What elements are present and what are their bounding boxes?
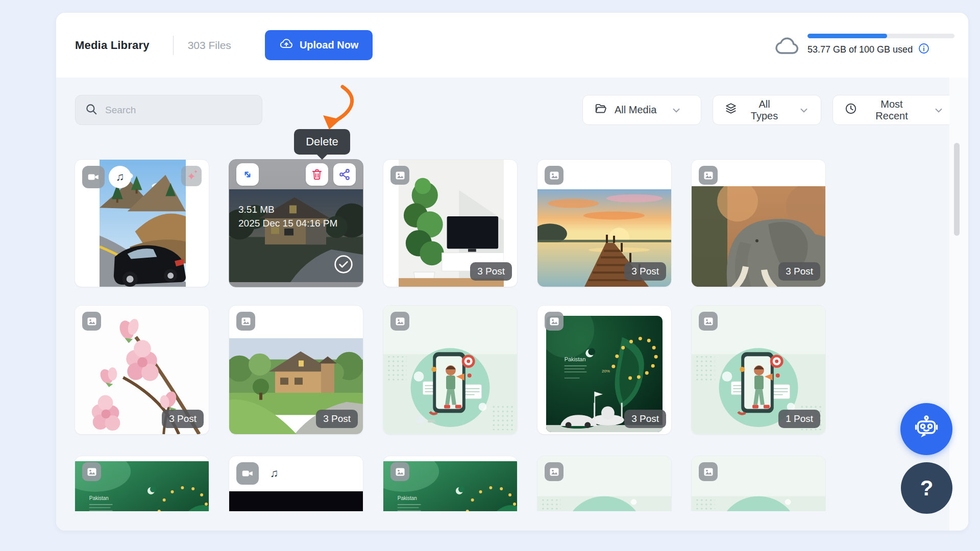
page-title: Media Library <box>75 39 150 52</box>
music-badge-icon: ♫ <box>109 166 131 188</box>
scrollbar-thumb[interactable] <box>954 143 960 236</box>
media-card-blossom[interactable]: 3 Post <box>75 305 209 435</box>
storage-indicator: 53.77 GB of 100 GB used <box>774 34 955 57</box>
folder-icon <box>594 102 607 118</box>
video-badge-icon <box>236 462 259 485</box>
chatbot-icon <box>912 414 941 444</box>
image-badge-icon <box>545 166 564 185</box>
svg-text:Pakistan: Pakistan <box>565 356 586 362</box>
upload-now-button[interactable]: Upload Now <box>265 30 373 60</box>
image-badge-icon <box>390 166 409 185</box>
divider <box>173 36 174 55</box>
image-badge-icon <box>236 312 255 331</box>
chevron-down-icon <box>798 105 810 116</box>
media-card-pakistan-banner[interactable]: Pakistan 20% <box>75 456 209 511</box>
content-area: All Media All Types <box>56 78 968 531</box>
media-card-pier[interactable]: 3 Post <box>537 159 672 287</box>
media-card-selected[interactable]: 3.51 MB 2025 Dec 15 04:16 PM <box>229 159 363 287</box>
media-card-marketing[interactable] <box>383 305 518 435</box>
search-input[interactable] <box>105 105 253 116</box>
media-library-panel: Media Library 303 Files Upload Now <box>56 13 968 531</box>
file-size: 3.51 MB <box>238 203 340 216</box>
question-mark-icon: ? <box>920 476 934 500</box>
chevron-down-icon <box>671 105 682 116</box>
image-badge-icon <box>545 312 564 331</box>
post-count-badge: 3 Post <box>624 262 666 281</box>
card-actions <box>236 163 356 186</box>
media-card-house-day[interactable]: 3 Post <box>229 305 363 435</box>
dark-video-thumbnail <box>229 491 363 511</box>
file-date: 2025 Dec 15 04:16 PM <box>238 216 340 230</box>
image-badge-icon <box>699 166 718 185</box>
storage-progress-fill <box>807 34 887 38</box>
layers-icon <box>724 102 738 118</box>
ai-sparkle-icon: ✦✦ <box>181 166 202 186</box>
image-badge-icon <box>390 312 409 331</box>
chevron-down-icon <box>933 105 944 116</box>
files-count: 303 Files <box>188 39 231 52</box>
media-card-plant-tv[interactable]: 3 Post <box>383 159 518 287</box>
image-badge-icon <box>545 462 564 481</box>
image-badge-icon <box>699 462 718 481</box>
media-card-car-video[interactable]: ♫ ✦✦ <box>75 159 209 287</box>
scrollbar-track <box>949 78 968 531</box>
file-meta: 3.51 MB 2025 Dec 15 04:16 PM <box>238 203 340 230</box>
search-icon <box>85 103 98 118</box>
media-card-elephant[interactable]: 3 Post <box>691 159 826 287</box>
upload-cloud-icon <box>279 37 293 54</box>
media-card-marketing-2[interactable]: 1 Post <box>691 305 826 435</box>
storage-progress-track <box>807 34 954 38</box>
media-card-pakistan-banner-2[interactable]: Pakistan 20% <box>383 456 518 511</box>
media-card-pakistan-poster[interactable]: Pakistan 20% <box>537 305 672 435</box>
selected-check-icon <box>333 254 354 277</box>
music-badge-icon: ♫ <box>263 462 285 485</box>
media-library-page: Media Library 303 Files Upload Now <box>0 0 980 551</box>
annotation-arrow-icon <box>313 84 364 131</box>
cloud-icon <box>774 34 800 57</box>
image-badge-icon <box>390 462 409 481</box>
filter-most-recent[interactable]: Most Recent <box>832 95 956 125</box>
image-badge-icon <box>82 312 101 331</box>
header: Media Library 303 Files Upload Now <box>56 13 968 78</box>
media-card-marketing-4[interactable] <box>691 456 826 511</box>
delete-button[interactable] <box>306 163 328 186</box>
expand-button[interactable] <box>236 163 259 186</box>
clock-icon <box>844 102 857 118</box>
svg-text:Pakistan: Pakistan <box>89 495 109 501</box>
image-badge-icon <box>82 462 101 481</box>
storage-used-text: 53.77 GB of 100 GB used <box>807 44 913 55</box>
search-bar <box>75 95 262 125</box>
filter-bar: All Media All Types <box>582 95 956 125</box>
post-count-badge: 3 Post <box>624 410 666 428</box>
post-count-badge: 3 Post <box>316 410 358 428</box>
share-button[interactable] <box>333 163 356 186</box>
filter-all-media[interactable]: All Media <box>582 95 701 125</box>
media-grid: ♫ ✦✦ <box>75 159 826 511</box>
post-count-badge: 1 Post <box>778 410 820 428</box>
video-badge-icon <box>82 166 105 188</box>
delete-tooltip: Delete <box>294 129 350 155</box>
post-count-badge: 3 Post <box>470 262 512 281</box>
post-count-badge: 3 Post <box>162 410 204 428</box>
image-badge-icon <box>699 312 718 331</box>
help-button[interactable]: ? <box>901 462 952 514</box>
svg-text:Pakistan: Pakistan <box>398 495 417 501</box>
media-card-marketing-3[interactable] <box>537 456 672 511</box>
post-count-badge: 3 Post <box>778 262 820 281</box>
filter-all-types[interactable]: All Types <box>713 95 821 125</box>
media-card-video-dark[interactable]: ♫ <box>229 456 363 511</box>
svg-text:20%: 20% <box>602 369 610 373</box>
info-icon[interactable] <box>918 42 930 57</box>
chatbot-button[interactable] <box>900 403 952 455</box>
